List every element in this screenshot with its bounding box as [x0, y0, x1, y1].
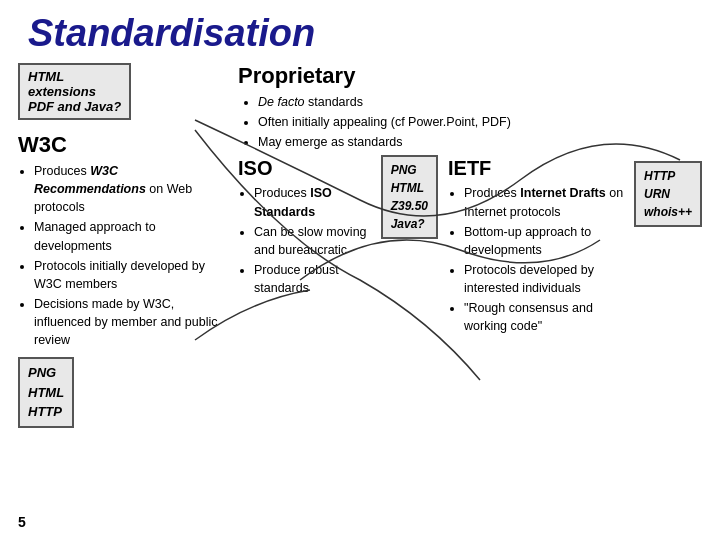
list-item: Managed approach to developments	[34, 218, 228, 254]
content-area: HTMLextensionsPDF and Java? W3C Produces…	[18, 63, 702, 428]
bottom-area: ISO Produces ISO Standards Can be slow m…	[238, 157, 702, 337]
ietf-list: Produces Internet Drafts on Internet pro…	[448, 184, 626, 335]
html-extensions-box: HTMLextensionsPDF and Java?	[18, 63, 131, 120]
page-number: 5	[18, 514, 26, 530]
w3c-section: W3C Produces W3C Recommendations on Web …	[18, 132, 228, 428]
list-item: Often initially appealing (cf Power.Poin…	[258, 113, 702, 131]
list-item: Produces W3C Recommendations on Web prot…	[34, 162, 228, 216]
iso-list: Produces ISO Standards Can be slow movin…	[238, 184, 373, 297]
list-item: Produces ISO Standards	[254, 184, 373, 220]
iso-section: ISO Produces ISO Standards Can be slow m…	[238, 157, 438, 337]
list-item: Can be slow moving and bureaucratic	[254, 223, 373, 259]
list-item: "Rough consensus and working code"	[464, 299, 626, 335]
list-item: De facto standards	[258, 93, 702, 111]
list-item: Produces Internet Drafts on Internet pro…	[464, 184, 626, 220]
ietf-title: IETF	[448, 157, 626, 180]
png-html-http-box: PNGHTMLHTTP	[18, 357, 74, 428]
list-item: Produce robust standards	[254, 261, 373, 297]
list-item: Bottom-up approach to developments	[464, 223, 626, 259]
png-html-z3950-box: PNGHTMLZ39.50Java?	[381, 155, 438, 239]
list-item: Decisions made by W3C, influenced by mem…	[34, 295, 228, 349]
page-title: Standardisation	[28, 12, 702, 55]
iso-title: ISO	[238, 157, 373, 180]
list-item: May emerge as standards	[258, 133, 702, 151]
ietf-section: IETF Produces Internet Drafts on Interne…	[448, 157, 702, 337]
proprietary-title: Proprietary	[238, 63, 702, 89]
list-item: Protocols developed by interested indivi…	[464, 261, 626, 297]
list-item: Protocols initially developed by W3C mem…	[34, 257, 228, 293]
proprietary-section: Proprietary De facto standards Often ini…	[238, 63, 702, 151]
page: Standardisation HTMLextensionsPDF and Ja…	[0, 0, 720, 540]
left-column: HTMLextensionsPDF and Java? W3C Produces…	[18, 63, 228, 428]
w3c-list: Produces W3C Recommendations on Web prot…	[18, 162, 228, 349]
right-area: Proprietary De facto standards Often ini…	[228, 63, 702, 428]
http-urn-whois-box: HTTPURNwhois++	[634, 161, 702, 227]
proprietary-list: De facto standards Often initially appea…	[238, 93, 702, 151]
w3c-title: W3C	[18, 132, 228, 158]
